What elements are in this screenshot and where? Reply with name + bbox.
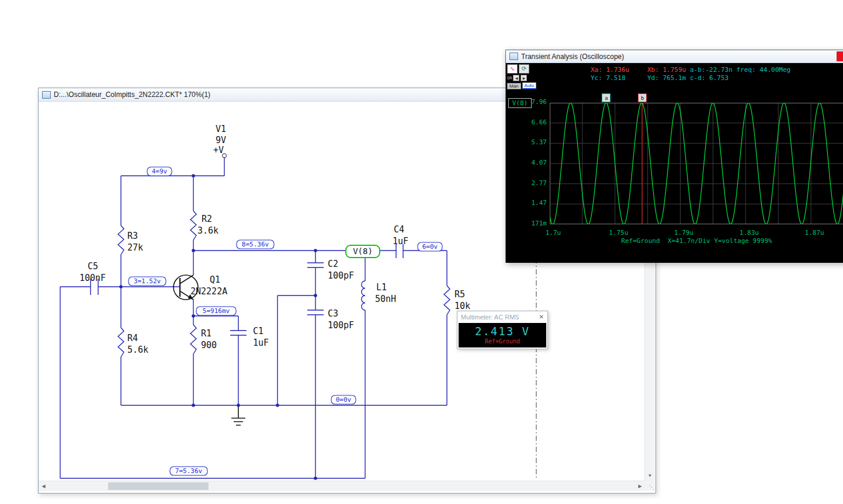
- cursor-right-button[interactable]: ▶: [521, 75, 527, 81]
- cursor-ab-freq-readout: a-b:-22.73n freq: 44.00Meg: [690, 66, 790, 74]
- resistor-r1[interactable]: R1 900: [190, 325, 217, 354]
- oscilloscope-body: ∿ ⟳ OR ◀ ▶ Man Auto Xa: 1.736u Xb: 1.759…: [506, 63, 843, 263]
- cursor-xb-readout: Xb: 1.759u: [647, 66, 686, 74]
- replay-icon: ⟳: [522, 66, 526, 72]
- transistor-q1[interactable]: Q1 2N2222A: [174, 274, 227, 300]
- oscilloscope-titlebar[interactable]: Transient Analysis (Oscilloscope) ✕: [506, 50, 843, 63]
- scroll-left-button[interactable]: ◀: [39, 481, 48, 491]
- node-label-6[interactable]: 6=0v: [418, 242, 442, 251]
- svg-text:1uF: 1uF: [393, 236, 408, 246]
- svg-text:900: 900: [201, 340, 217, 350]
- svg-text:100nF: 100nF: [79, 273, 106, 283]
- svg-text:R2: R2: [202, 214, 212, 224]
- y-axis-tick: 5.37: [511, 138, 547, 146]
- svg-text:1uF: 1uF: [253, 338, 269, 348]
- svg-text:27k: 27k: [127, 242, 143, 253]
- node-label-3[interactable]: 3=1.52v: [129, 277, 166, 286]
- cursor-xa-readout: Xa: 1.736u: [591, 66, 629, 74]
- node-label-7[interactable]: 7=5.36v: [170, 467, 207, 475]
- horizontal-scrollbar[interactable]: ◀ ▶: [39, 481, 645, 491]
- cursor-marker-b[interactable]: b: [638, 93, 647, 102]
- node-label-4[interactable]: 4=9v: [147, 167, 172, 176]
- horizontal-scroll-thumb[interactable]: [108, 482, 209, 490]
- svg-text:R4: R4: [127, 333, 138, 343]
- resize-grip[interactable]: ⋱: [645, 481, 655, 491]
- svg-text:5.6k: 5.6k: [127, 345, 148, 355]
- resistor-r3[interactable]: R3 27k: [118, 225, 143, 255]
- svg-text:6=0v: 6=0v: [422, 243, 438, 251]
- multimeter-close-button[interactable]: ✕: [539, 314, 544, 320]
- capacitor-c4[interactable]: C4 1uF: [393, 224, 408, 258]
- multimeter-window: Multimeter: AC RMS ✕ 2.413 V Ref=Ground: [457, 311, 548, 349]
- arrow-right-icon: ▶: [523, 76, 526, 80]
- cursor-left-button[interactable]: ◀: [513, 75, 519, 81]
- cursor-cd-readout: c-d: 6.753: [690, 74, 728, 82]
- capacitor-c1[interactable]: C1 1uF: [230, 326, 269, 348]
- scroll-right-button[interactable]: ▶: [635, 481, 645, 491]
- arrow-left-icon: ◀: [41, 484, 45, 489]
- resistor-r2[interactable]: R2 3.6k: [190, 211, 218, 240]
- probe-label-v8[interactable]: V(8): [346, 245, 380, 258]
- node-label-0[interactable]: 0=0v: [331, 395, 356, 404]
- arrow-down-icon: ▼: [648, 473, 653, 478]
- svg-text:100pF: 100pF: [328, 270, 354, 281]
- close-icon: ✕: [539, 314, 544, 320]
- svg-text:10k: 10k: [455, 301, 470, 311]
- auto-mode-tab[interactable]: Auto: [522, 82, 536, 89]
- or-label: OR: [507, 76, 512, 81]
- window-title: D:...\Oscillateur_Colmpitts_2N2222.CKT* …: [54, 91, 210, 99]
- scope-footer-text: Ref=Ground X=41.7n/Div Y=voltage 9999%: [550, 237, 843, 245]
- capacitor-c2[interactable]: C2 100pF: [307, 259, 354, 281]
- multimeter-display: 2.413 V Ref=Ground: [459, 323, 546, 347]
- svg-text:3.6k: 3.6k: [197, 225, 218, 236]
- capacitor-c3[interactable]: C3 100pF: [307, 308, 354, 331]
- manual-mode-tab[interactable]: Man: [507, 83, 521, 89]
- svg-text:C1: C1: [253, 326, 263, 336]
- svg-text:C2: C2: [328, 259, 338, 269]
- source-v1[interactable]: V1 9V +V: [213, 124, 227, 158]
- svg-text:+V: +V: [213, 145, 224, 155]
- svg-text:3=1.52v: 3=1.52v: [134, 277, 161, 285]
- svg-text:7=5.36v: 7=5.36v: [175, 467, 203, 475]
- multimeter-ref: Ref=Ground: [459, 338, 546, 345]
- ground-symbol[interactable]: [231, 405, 245, 425]
- svg-text:C5: C5: [88, 261, 98, 272]
- svg-text:R5: R5: [455, 289, 465, 300]
- y-axis-tick: 4.07: [511, 159, 547, 166]
- svg-text:5=916mv: 5=916mv: [203, 307, 230, 315]
- resistor-r4[interactable]: R4 5.6k: [118, 328, 148, 357]
- replay-tool-button[interactable]: ⟳: [519, 64, 529, 74]
- node-label-5[interactable]: 5=916mv: [196, 307, 236, 315]
- y-axis-tick: 6.66: [511, 119, 547, 126]
- svg-text:50nH: 50nH: [375, 294, 396, 304]
- arrow-right-icon: ▶: [638, 484, 641, 489]
- y-axis-tick: 171m: [511, 220, 547, 227]
- svg-text:C4: C4: [394, 224, 404, 235]
- node-label-8[interactable]: 8=5.36v: [237, 240, 274, 249]
- svg-text:Q1: Q1: [210, 274, 220, 285]
- svg-text:9V: 9V: [216, 135, 226, 145]
- svg-text:8=5.36v: 8=5.36v: [242, 241, 269, 248]
- inductor-l1[interactable]: L1 50nH: [362, 281, 396, 310]
- oscilloscope-icon: [509, 53, 518, 60]
- grip-icon: ⋱: [649, 484, 655, 491]
- svg-text:0=0v: 0=0v: [336, 396, 352, 404]
- scroll-down-button[interactable]: ▼: [645, 471, 655, 481]
- junction-dots: [119, 174, 317, 480]
- wire-net[interactable]: [60, 158, 447, 478]
- scope-plot[interactable]: [550, 103, 843, 224]
- cursor-marker-a[interactable]: a: [602, 93, 610, 102]
- close-button[interactable]: ✕: [837, 51, 843, 61]
- x-axis-tick: 1.7u: [540, 229, 566, 237]
- document-icon: [42, 91, 51, 99]
- svg-text:4=9v: 4=9v: [152, 168, 168, 175]
- x-axis-tick: 1.83u: [736, 229, 762, 237]
- oscilloscope-title: Transient Analysis (Oscilloscope): [521, 53, 624, 61]
- multimeter-titlebar[interactable]: Multimeter: AC RMS ✕: [457, 311, 547, 322]
- waveform-tool-button[interactable]: ∿: [507, 64, 518, 74]
- cursor-yc-readout: Yc: 7.518: [591, 74, 626, 82]
- waveform-icon: ∿: [510, 66, 515, 72]
- svg-text:C3: C3: [328, 308, 338, 319]
- capacitor-c5[interactable]: C5 100nF: [79, 261, 106, 295]
- svg-text:R3: R3: [127, 231, 138, 241]
